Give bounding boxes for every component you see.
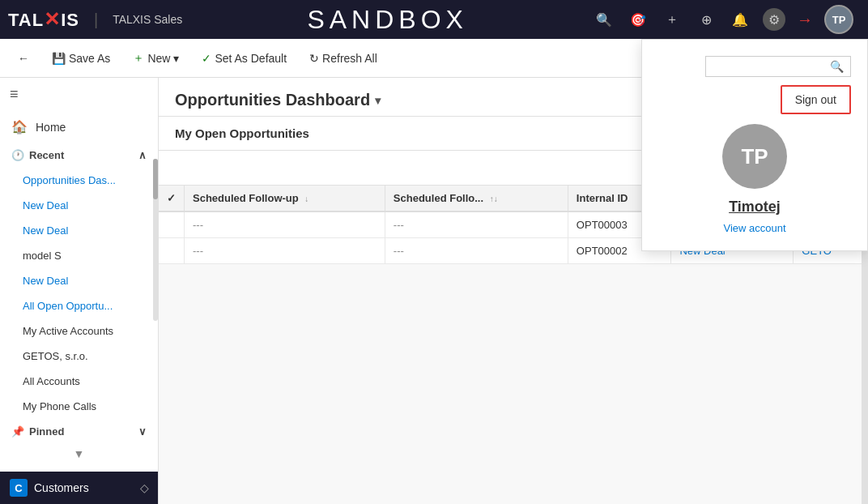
pin-icon: 📌: [11, 425, 24, 438]
sidebar-scrollbar: [153, 159, 158, 321]
sidebar-home-label: Home: [36, 121, 66, 134]
sort-icon-0: ↓: [304, 194, 308, 203]
save-as-button[interactable]: 💾 Save As: [42, 47, 120, 70]
pinned-chevron-icon: ∨: [138, 425, 147, 438]
hamburger-icon[interactable]: ≡: [10, 86, 19, 103]
logo-area: TAL✕IS | TALXIS Sales: [8, 8, 182, 31]
col-scheduled-follo[interactable]: Scheduled Follo... ↑↓: [385, 186, 568, 211]
row-0-check[interactable]: [159, 211, 185, 238]
sidebar-recent-item-6[interactable]: My Active Accounts: [0, 318, 158, 344]
new-button[interactable]: ＋ New ▾: [123, 46, 189, 70]
customers-label: Customers: [34, 481, 89, 494]
sidebar-recent-item-2[interactable]: New Deal: [0, 218, 158, 243]
toolbar: ← 💾 Save As ＋ New ▾ ✓ Set As Default ↻ R…: [0, 39, 868, 78]
target-icon[interactable]: 🎯: [627, 8, 649, 31]
bell-icon[interactable]: 🔔: [729, 8, 751, 31]
avatar[interactable]: TP: [824, 5, 853, 34]
product-name: TALXIS Sales: [113, 13, 182, 26]
recent-chevron-icon: ∧: [138, 149, 147, 161]
sidebar-item-home[interactable]: 🏠 Home: [0, 111, 158, 143]
sort-icon-1: ↑↓: [490, 194, 498, 203]
plus-icon[interactable]: ＋: [661, 8, 683, 31]
logo-text: TAL✕IS: [8, 8, 79, 31]
dropdown-search-input[interactable]: [713, 61, 825, 73]
sidebar-recent-section[interactable]: 🕐 Recent ∧: [0, 143, 158, 168]
scroll-down-icon: ▼: [74, 447, 85, 460]
sidebar-recent-item-4[interactable]: New Deal: [0, 268, 158, 293]
customers-button[interactable]: C Customers ◇: [10, 479, 149, 497]
sidebar-recent-item-3[interactable]: model S: [0, 243, 158, 268]
sidebar-header-row: ≡: [0, 78, 158, 111]
row-0-col2: ---: [385, 211, 568, 238]
sidebar-recent-item-8[interactable]: All Accounts: [0, 369, 158, 394]
customers-expand-icon: ◇: [140, 481, 149, 494]
back-button[interactable]: ←: [8, 47, 39, 70]
recent-icon: 🕐: [11, 149, 24, 161]
col-check[interactable]: ✓: [159, 186, 185, 211]
sidebar: ≡ 🏠 Home 🕐 Recent ∧ Opportunities Das...: [0, 78, 159, 504]
row-1-check[interactable]: [159, 238, 185, 264]
filter-icon[interactable]: ⊕: [695, 8, 717, 31]
row-1-col2: ---: [385, 238, 568, 264]
dropdown-search[interactable]: 🔍: [705, 56, 851, 77]
set-default-button[interactable]: ✓ Set As Default: [192, 47, 296, 70]
home-icon: 🏠: [11, 119, 28, 135]
check-icon: ✓: [202, 52, 211, 65]
refresh-all-button[interactable]: ↻ Refresh All: [300, 47, 387, 70]
scroll-down-indicator[interactable]: ▼: [0, 444, 158, 463]
bottom-bar: C Customers ◇: [0, 472, 159, 504]
refresh-icon: ↻: [309, 52, 319, 65]
page-title: Opportunities Dashboard ▾: [175, 91, 381, 109]
sidebar-recent-item-5[interactable]: All Open Opportu...: [0, 293, 158, 318]
sidebar-recent-item-1[interactable]: New Deal: [0, 193, 158, 218]
sidebar-scrollbar-thumb: [153, 159, 158, 199]
red-arrow-indicator: →: [797, 11, 813, 29]
gear-icon[interactable]: ⚙: [763, 8, 785, 31]
customers-icon: C: [10, 479, 28, 497]
sidebar-pinned-section[interactable]: 📌 Pinned ∨: [0, 419, 158, 444]
logo-divider: |: [94, 11, 98, 29]
save-icon: 💾: [52, 52, 66, 65]
user-name: Timotej: [729, 199, 781, 216]
sandbox-title: SANDBOX: [182, 5, 593, 35]
sidebar-recent-item-9[interactable]: My Phone Calls: [0, 394, 158, 419]
row-1-col1: ---: [185, 238, 385, 264]
top-bar: TAL✕IS | TALXIS Sales SANDBOX 🔍 🎯 ＋ ⊕ 🔔 …: [0, 0, 868, 39]
top-icons-group: 🔍 🎯 ＋ ⊕ 🔔 ⚙ → TP: [593, 5, 853, 34]
row-0-col1: ---: [185, 211, 385, 238]
section-title: My Open Opportunities: [175, 126, 309, 140]
view-account-link[interactable]: View account: [723, 222, 785, 234]
dropdown-search-icon: 🔍: [830, 60, 844, 73]
sidebar-scroll-area: ≡ 🏠 Home 🕐 Recent ∧ Opportunities Das...: [0, 78, 158, 504]
back-icon: ←: [18, 52, 29, 65]
sidebar-recent-item-7[interactable]: GETOS, s.r.o.: [0, 344, 158, 369]
sidebar-recent-item-0[interactable]: Opportunities Das...: [0, 168, 158, 193]
search-icon[interactable]: 🔍: [593, 8, 615, 31]
new-chevron-icon: ▾: [173, 52, 179, 65]
col-scheduled-followup[interactable]: Scheduled Follow-up ↓: [185, 186, 385, 211]
page-title-chevron-icon[interactable]: ▾: [375, 94, 381, 107]
user-dropdown-panel: 🔍 Sign out TP Timotej View account: [641, 39, 868, 251]
sign-out-button[interactable]: Sign out: [781, 85, 851, 114]
user-avatar-large: TP: [722, 124, 787, 189]
new-plus-icon: ＋: [133, 51, 144, 66]
